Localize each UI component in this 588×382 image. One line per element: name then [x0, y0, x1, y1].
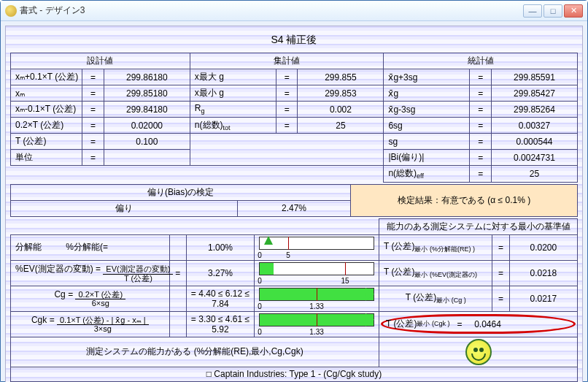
gauge-cgk: 0 1.33 [259, 313, 374, 326]
collect-r3-val: 0.002 [298, 102, 384, 118]
design-r2-label: xₘ [11, 85, 82, 102]
bias-result: 検定結果：有意である (α ≤ 0.1% ) [351, 184, 578, 216]
close-button[interactable]: ✕ [564, 4, 583, 18]
caps-header-right: 能力のある測定システムに対する最小の基準値 [379, 218, 578, 234]
design-r5-val: 0.100 [104, 134, 190, 150]
capability-summary: 測定システムの能力がある (%分解能(RE),最小,Cg,Cgk) [11, 337, 379, 367]
highlight-ellipse: T (公差)最小 (Cgk ) = 0.0464 [381, 314, 576, 334]
design-r1-label: xₘ+0.1×T (公差) [11, 69, 82, 85]
footer-study: □ Captain Industries: Type 1 - (Cg/Cgk s… [11, 367, 578, 381]
minimize-button[interactable]: — [523, 4, 542, 18]
bias-label: 偏り [11, 200, 238, 216]
cap-row2-min: 0.0218 [509, 260, 577, 286]
bias-section-header: 偏り(Bias)の検定 [11, 184, 351, 200]
collect-r1-val: 299.855 [298, 69, 384, 85]
stat-r3-label: x̄g-3sg [388, 104, 415, 115]
gauge-cg: 0 1.33 [259, 288, 374, 301]
design-r3-label: xₘ-0.1×T (公差) [11, 102, 82, 118]
values-table: 設計値 集計値 統計値 xₘ+0.1×T (公差)=299.86180 x最大 … [10, 53, 578, 183]
stat-r6-label: |Bi(偏り)| [384, 150, 470, 166]
collect-r2-val: 299.853 [298, 85, 384, 102]
stat-r7-val: 25 [491, 166, 577, 182]
page-title: S4 補正後 [10, 29, 578, 53]
collect-r3-label: R [195, 103, 201, 113]
cap-row3-val: = 4.40 ≤ 6.12 ≤ 7.84 [186, 286, 254, 311]
cap-row2-val: 3.27% [186, 260, 254, 286]
design-r3-val: 299.84180 [104, 102, 190, 118]
cap-row1-min: 0.0200 [509, 234, 577, 260]
stat-r4-label: 6sg [388, 121, 402, 131]
cap-row4-left: Cgk = [31, 315, 55, 325]
stat-r3-val: 299.85264 [491, 102, 577, 118]
col-collect-header: 集計値 [190, 53, 384, 69]
stat-r1-val: 299.85591 [491, 69, 577, 85]
gauge-resolution: 0 5 [259, 237, 374, 250]
stat-r2-label: x̄g [388, 88, 398, 99]
report-sheet: S4 補正後 設計値 集計値 統計値 xₘ+0.1×T (公差)=299.861… [5, 26, 583, 382]
stat-r1-label: x̄g+3sg [384, 69, 470, 85]
app-window: 書式 - デザイン3 — □ ✕ S4 補正後 設計値 集計値 統計値 [0, 0, 588, 382]
col-design-header: 設計値 [11, 53, 190, 69]
collect-r2-label: x最小 g [195, 88, 224, 98]
stat-r5-val: 0.000544 [491, 134, 577, 150]
stat-r7-label: n(総数) [388, 168, 417, 178]
window-title: 書式 - デザイン3 [20, 4, 85, 17]
stat-r4-val: 0.00327 [491, 118, 577, 134]
bias-value: 2.47% [237, 200, 350, 216]
smiley-icon [465, 339, 492, 365]
design-r4-label: 0.2×T (公差) [11, 118, 82, 134]
stat-r2-val: 299.85427 [491, 85, 577, 102]
cap-row4-min: 0.0464 [474, 319, 501, 329]
design-r6-val [104, 150, 190, 166]
design-r2-val: 299.85180 [104, 85, 190, 102]
design-r4-val: 0.02000 [104, 118, 190, 134]
titlebar[interactable]: 書式 - デザイン3 — □ ✕ [1, 1, 587, 21]
bias-table: 偏り(Bias)の検定 検定結果：有意である (α ≤ 0.1% ) 偏り 2.… [10, 184, 578, 217]
cap-row4-val: = 3.30 ≤ 4.61 ≤ 5.92 [186, 311, 254, 337]
capability-table: 能力のある測定システムに対する最小の基準値 分解能 %分解能(= 1.00% [10, 218, 578, 382]
stat-r5-label: sg [388, 137, 398, 147]
cap-row3-min: 0.0217 [509, 286, 577, 311]
stat-r6-val: 0.0024731 [491, 150, 577, 166]
maximize-button[interactable]: □ [543, 4, 562, 18]
cap-row1-val: 1.00% [186, 234, 254, 260]
cap-row3-left: Cg = [54, 289, 73, 299]
app-icon [5, 5, 17, 17]
client-area: S4 補正後 設計値 集計値 統計値 xₘ+0.1×T (公差)=299.861… [1, 21, 587, 382]
col-stat-header: 統計値 [384, 53, 578, 69]
collect-r4-val: 25 [298, 118, 384, 134]
design-r1-val: 299.86180 [104, 69, 190, 85]
design-r6-label: 単位 [11, 150, 82, 166]
cap-row1-left: 分解能 [15, 242, 42, 252]
cap-row2-left: %EV(測定器の変動) = [15, 264, 101, 274]
collect-r4-label: n(総数) [195, 120, 223, 130]
design-r5-label: T (公差) [11, 134, 82, 150]
collect-r1-label: x最大 g [195, 72, 224, 82]
gauge-ev: 0 15 [259, 262, 374, 275]
